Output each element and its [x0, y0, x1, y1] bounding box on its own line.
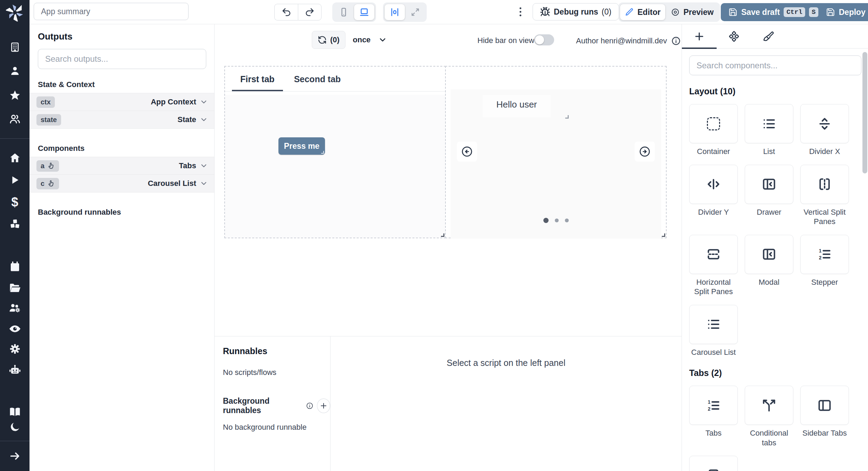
centered-layout-button[interactable] — [385, 4, 405, 20]
robot-icon[interactable] — [0, 363, 30, 377]
redo-icon — [304, 7, 315, 17]
deploy-button[interactable]: Deploy — [818, 3, 868, 21]
chevron-down-icon[interactable] — [200, 115, 208, 124]
laptop-icon — [359, 7, 369, 17]
component-card-drawer[interactable] — [745, 165, 793, 204]
eye-icon[interactable] — [0, 323, 30, 335]
state-label: State — [177, 115, 196, 124]
tab-theme-styling[interactable] — [751, 31, 786, 42]
press-me-button[interactable]: Press me — [278, 137, 325, 155]
tabs-component[interactable]: First tab Second tab Press me — [224, 66, 446, 238]
component-card-stepper[interactable]: 1 2 — [800, 235, 849, 274]
chevron-down-icon[interactable] — [200, 162, 208, 170]
chevron-down-icon[interactable] — [200, 98, 208, 106]
windmill-logo-icon[interactable] — [0, 3, 30, 22]
component-card-divider-y[interactable] — [689, 165, 738, 204]
carousel-prev-button[interactable] — [457, 142, 477, 162]
search-outputs-input[interactable] — [38, 49, 206, 69]
tab-component-settings[interactable] — [717, 31, 751, 42]
ctx-label: App Context — [151, 97, 196, 106]
resize-handle[interactable] — [321, 151, 324, 154]
output-row-state[interactable]: state State — [30, 111, 214, 129]
boxes-icon[interactable] — [0, 218, 30, 230]
preview-tab[interactable]: Preview — [666, 4, 718, 20]
component-card-modal[interactable] — [745, 235, 793, 274]
component-card-list[interactable] — [745, 104, 793, 143]
star-icon[interactable] — [0, 89, 30, 101]
carousel-dot[interactable] — [565, 219, 569, 222]
shapes-icon — [728, 31, 740, 42]
conditional-tabs-icon — [761, 398, 777, 413]
background-runnables-title: Background runnables — [223, 396, 302, 415]
fullscreen-button[interactable] — [406, 4, 425, 20]
moon-icon[interactable] — [0, 421, 30, 433]
book-open-icon[interactable] — [0, 406, 30, 418]
carousel-dot[interactable] — [555, 219, 559, 222]
mobile-view-button[interactable] — [334, 4, 353, 20]
calendar-icon[interactable] — [0, 261, 30, 273]
component-card-tabs[interactable]: 1 2 — [689, 386, 738, 425]
building-icon[interactable] — [0, 42, 30, 53]
invisible-tabs-icon — [706, 468, 721, 471]
component-card-horizontal-split[interactable] — [689, 235, 738, 274]
component-c-id: c — [41, 180, 44, 188]
users-gear-icon[interactable] — [0, 302, 30, 314]
component-card-label: Vertical Split Panes — [800, 207, 849, 226]
app-summary-input[interactable] — [34, 3, 189, 20]
undo-button[interactable] — [274, 4, 298, 20]
gear-icon[interactable] — [0, 343, 30, 355]
tab-second[interactable]: Second tab — [286, 67, 349, 91]
component-row-a[interactable]: a Tabs — [30, 157, 214, 175]
component-card-conditional-tabs[interactable] — [745, 386, 793, 425]
component-card-carousel-list[interactable] — [689, 305, 738, 344]
more-options-button[interactable] — [514, 6, 527, 18]
save-draft-button[interactable]: Save draft Ctrl S — [721, 3, 826, 21]
resize-handle[interactable] — [565, 115, 569, 119]
paintbrush-icon — [763, 31, 774, 42]
refresh-count: (0) — [330, 35, 340, 44]
centered-layout-icon — [390, 7, 400, 17]
info-icon[interactable] — [306, 402, 314, 410]
resize-handle[interactable] — [662, 233, 665, 237]
component-card-vertical-split[interactable] — [800, 165, 849, 204]
divider-x-icon — [817, 116, 832, 131]
scrollbar-thumb[interactable] — [862, 52, 867, 173]
tab-first[interactable]: First tab — [232, 67, 283, 91]
tab-insert-component[interactable] — [682, 31, 717, 42]
outputs-panel: Outputs State & Context ctx App Context … — [30, 24, 215, 471]
component-card-partial[interactable] — [689, 456, 738, 471]
component-card-sidebar-tabs[interactable] — [800, 386, 849, 425]
users-icon[interactable] — [0, 113, 30, 125]
hide-bar-label: Hide bar on view — [477, 36, 534, 45]
resize-handle[interactable] — [441, 233, 444, 237]
redo-button[interactable] — [298, 4, 322, 20]
hide-bar-toggle[interactable] — [534, 34, 554, 45]
carousel-dot-active[interactable] — [543, 218, 549, 223]
play-icon[interactable] — [0, 175, 30, 185]
output-row-ctx[interactable]: ctx App Context — [30, 93, 214, 111]
search-components-input[interactable] — [689, 55, 861, 75]
dollar-icon[interactable]: $ — [0, 195, 30, 209]
add-background-runnable-button[interactable] — [317, 399, 331, 413]
desktop-view-button[interactable] — [354, 4, 374, 20]
carousel-text: Hello user — [496, 99, 537, 110]
carousel-next-button[interactable] — [635, 142, 655, 162]
carousel-text-widget[interactable]: Hello user — [483, 95, 551, 117]
folder-open-icon[interactable] — [0, 282, 30, 294]
carousel-component[interactable]: Hello user — [445, 66, 667, 238]
component-row-c[interactable]: c Carousel List — [30, 174, 214, 192]
component-card-label: Tabs — [706, 428, 721, 438]
component-card-container[interactable] — [689, 104, 738, 143]
runnables-panel: Runnables No scripts/flows Background ru… — [215, 336, 682, 471]
debug-runs-button[interactable]: Debug runs (0) — [533, 3, 619, 20]
user-icon[interactable] — [0, 65, 30, 76]
editor-tab[interactable]: Editor — [620, 4, 665, 20]
refresh-button[interactable]: (0) — [312, 31, 345, 49]
home-icon[interactable] — [0, 152, 30, 164]
info-icon[interactable] — [671, 36, 681, 46]
arrow-right-icon[interactable] — [0, 450, 30, 462]
refresh-mode-dropdown[interactable]: once — [353, 35, 387, 44]
component-card-divider-x[interactable] — [800, 104, 849, 143]
chevron-down-icon[interactable] — [200, 179, 208, 188]
save-icon — [826, 8, 835, 17]
